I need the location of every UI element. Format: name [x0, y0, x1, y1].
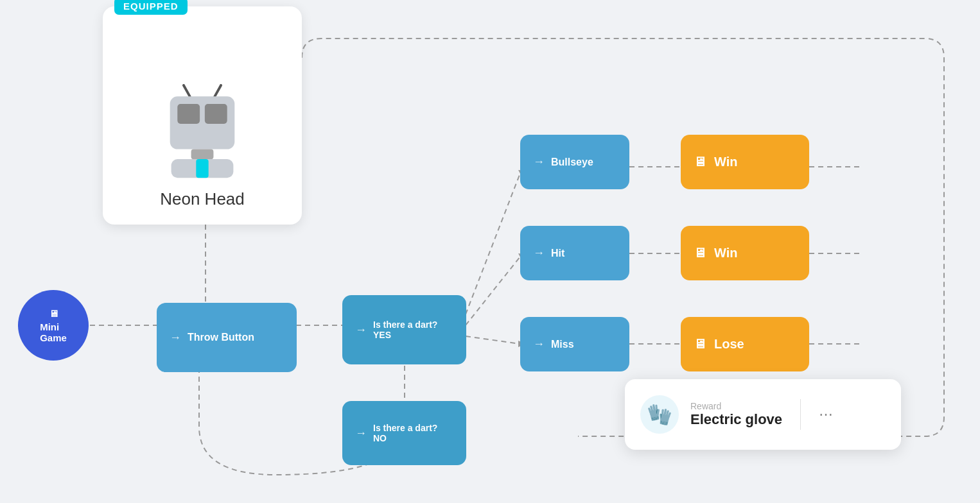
- is-dart-yes-label: Is there a dart? YES: [373, 320, 453, 340]
- reward-text-block: Reward Electric glove: [690, 401, 782, 428]
- reward-more-button[interactable]: ⋯: [819, 406, 834, 423]
- equipped-badge: EQUIPPED: [114, 0, 188, 15]
- is-dart-no-label: Is there a dart? NO: [373, 423, 453, 443]
- neon-head-card: EQUIPPED Neon Head: [103, 6, 302, 225]
- svg-line-25: [214, 85, 221, 96]
- mini-game-node[interactable]: 🖥 MiniGame: [18, 290, 89, 361]
- win2-monitor-icon: 🖥: [694, 246, 706, 260]
- lose-node[interactable]: 🖥 Lose: [681, 317, 809, 371]
- robot-icon: [157, 84, 247, 180]
- reward-card: 🧤 Reward Electric glove ⋯: [625, 379, 901, 450]
- reward-label: Reward: [690, 401, 782, 411]
- reward-item-icon: 🧤: [647, 402, 672, 427]
- reward-divider: [800, 399, 801, 430]
- arrow-icon: →: [170, 331, 181, 345]
- mini-game-monitor-icon: 🖥: [49, 308, 58, 319]
- arrow-icon: →: [533, 155, 545, 169]
- is-dart-no-node[interactable]: → Is there a dart? NO: [342, 401, 466, 465]
- win2-node[interactable]: 🖥 Win: [681, 226, 809, 280]
- mini-game-label: MiniGame: [40, 321, 67, 343]
- reward-icon-circle: 🧤: [640, 395, 679, 434]
- svg-rect-27: [177, 104, 200, 124]
- arrow-icon: →: [533, 337, 545, 351]
- bullseye-label: Bullseye: [551, 157, 593, 168]
- neon-head-label: Neon Head: [160, 189, 245, 209]
- arrow-icon: →: [533, 246, 545, 260]
- lose-monitor-icon: 🖥: [694, 337, 706, 352]
- svg-rect-29: [191, 149, 214, 159]
- throw-button-node[interactable]: → Throw Button: [157, 303, 297, 372]
- throw-button-label: Throw Button: [188, 332, 254, 343]
- hit-node[interactable]: → Hit: [520, 226, 629, 280]
- win1-label: Win: [714, 155, 737, 169]
- reward-name: Electric glove: [690, 411, 782, 428]
- arrow-icon: →: [355, 427, 367, 440]
- svg-rect-28: [205, 104, 227, 124]
- win1-monitor-icon: 🖥: [694, 155, 706, 169]
- hit-label: Hit: [551, 248, 564, 259]
- svg-line-24: [184, 85, 190, 96]
- miss-node[interactable]: → Miss: [520, 317, 629, 371]
- svg-line-10: [466, 336, 520, 344]
- is-dart-yes-node[interactable]: → Is there a dart? YES: [342, 295, 466, 364]
- win1-node[interactable]: 🖥 Win: [681, 135, 809, 189]
- svg-line-8: [466, 257, 520, 325]
- bullseye-node[interactable]: → Bullseye: [520, 135, 629, 189]
- svg-line-6: [466, 173, 520, 314]
- canvas: EQUIPPED Neon Head 🖥 MiniGame → Th: [0, 0, 980, 503]
- svg-rect-31: [196, 159, 208, 178]
- miss-label: Miss: [551, 339, 574, 350]
- lose-label: Lose: [714, 337, 744, 352]
- win2-label: Win: [714, 246, 737, 260]
- arrow-icon: →: [355, 323, 367, 337]
